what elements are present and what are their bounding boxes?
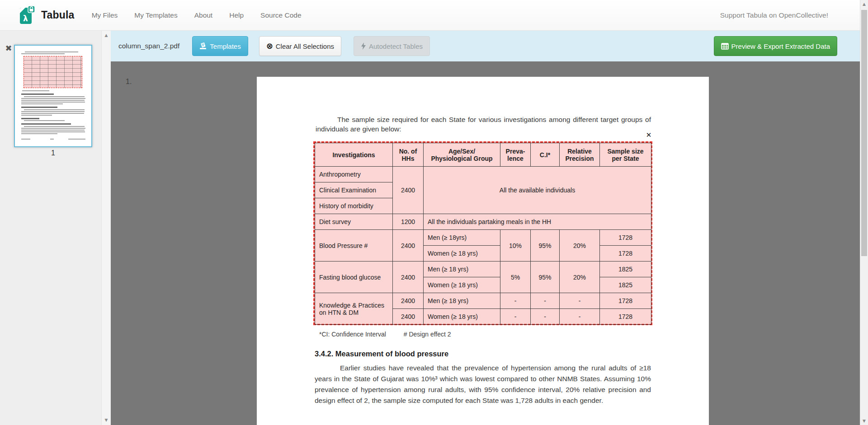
clear-all-selections-button[interactable]: ⊗ Clear All Selections	[259, 36, 341, 56]
table-footnotes: *CI: Confidence Interval # Design effect…	[319, 331, 451, 338]
cell: 95%	[531, 230, 560, 262]
preview-export-label: Preview & Export Extracted Data	[731, 42, 830, 50]
cell: 1200	[393, 214, 424, 230]
footnote-ci: *CI: Confidence Interval	[319, 331, 386, 338]
thumbnail-text-line	[24, 109, 85, 110]
table-header-row: Investigations No. of HHs Age/Sex/ Physi…	[315, 143, 651, 167]
cell: 2400	[393, 167, 424, 214]
autodetect-tables-button[interactable]: Autodetect Tables	[354, 36, 430, 56]
cell: -	[500, 309, 531, 325]
table-row: Blood Pressure # 2400 Men (≥ 18yrs) 10% …	[315, 230, 651, 246]
col-prevalence: Preva- lence	[500, 143, 531, 167]
cell: 1728	[600, 309, 651, 325]
cell: 2400	[393, 293, 424, 309]
nav-about[interactable]: About	[194, 11, 213, 19]
thumbnail-text-line	[25, 51, 78, 52]
pdf-workspace: 1. The sample size required for each Sta…	[111, 61, 860, 425]
thumbnail-text-line	[24, 120, 65, 121]
table-selection-overlay[interactable]: Investigations No. of HHs Age/Sex/ Physi…	[313, 141, 652, 325]
thumbnail-text-line	[21, 103, 63, 104]
table-row: Knowledge & Practices on HTN & DM 2400 M…	[315, 293, 651, 309]
page-scrollbar[interactable]: ▲ ▼	[860, 0, 868, 425]
tabula-pdf-lock-logo-icon: λ	[20, 6, 35, 25]
cell: All the individuals partaking meals in t…	[424, 214, 651, 230]
thumbnail-text-line	[21, 128, 85, 129]
cell: History of morbidity	[315, 198, 393, 214]
section-heading: 3.4.2. Measurement of blood pressure	[315, 350, 448, 358]
thumbnail-footer-line	[21, 139, 30, 140]
sidebar-scrollbar[interactable]: ▲ ▼	[101, 31, 111, 425]
autodetect-tables-label: Autodetect Tables	[369, 42, 423, 50]
nav-source-code[interactable]: Source Code	[260, 11, 301, 19]
investigations-table: Investigations No. of HHs Age/Sex/ Physi…	[315, 143, 651, 325]
scroll-up-icon[interactable]: ▲	[860, 2, 868, 6]
cell: Women (≥ 18 yrs)	[424, 246, 500, 262]
thumbnail-heading-line	[21, 123, 71, 125]
templates-label: Templates	[210, 42, 241, 50]
cell: Clinical Examination	[315, 182, 393, 198]
cell: -	[531, 309, 560, 325]
cell: -	[560, 309, 600, 325]
cell: Women (≥ 18 yrs)	[424, 309, 500, 325]
preview-export-button[interactable]: Preview & Export Extracted Data	[714, 36, 837, 56]
tabula-app: λ Tabula My Files My Templates About Hel…	[0, 0, 868, 425]
thumbnail-mini-page	[15, 46, 91, 146]
cell: 95%	[531, 262, 560, 293]
cell: 2400	[393, 230, 424, 262]
scrollbar-thumb[interactable]	[861, 10, 867, 256]
thumbnail-footer-line	[50, 139, 54, 140]
thumbnail-text-line	[21, 130, 85, 131]
brand-link[interactable]: λ Tabula	[20, 6, 75, 25]
footnote-design-effect: # Design effect 2	[404, 331, 451, 338]
scroll-up-icon[interactable]: ▲	[102, 33, 111, 37]
section-paragraph: Earlier studies have revealed that the p…	[315, 363, 651, 406]
cell: Diet survey	[315, 214, 393, 230]
cell: Anthropometry	[315, 167, 393, 182]
cell: Fasting blood glucose	[315, 262, 393, 293]
cell: -	[560, 293, 600, 309]
scroll-down-icon[interactable]: ▼	[102, 418, 111, 422]
document-filename: column_span_2.pdf	[118, 42, 179, 50]
support-opencollective-link[interactable]: Support Tabula on OpenCollective!	[720, 11, 828, 19]
cell: 1728	[600, 230, 651, 246]
nav-my-files[interactable]: My Files	[92, 11, 118, 19]
thumbnail-heading-line	[21, 118, 39, 119]
nav-my-templates[interactable]: My Templates	[134, 11, 177, 19]
cell: -	[531, 293, 560, 309]
remove-page-icon[interactable]: ✖	[4, 43, 14, 53]
templates-button[interactable]: Templates	[192, 36, 248, 56]
brand-name: Tabula	[41, 9, 75, 21]
cell: Blood Pressure #	[315, 230, 393, 262]
thumbnail-text-line	[21, 113, 84, 114]
svg-text:λ: λ	[23, 14, 28, 23]
col-sample-size: Sample size per State	[600, 143, 651, 167]
cell: 1728	[600, 293, 651, 309]
main-nav: My Files My Templates About Help Source …	[92, 11, 318, 19]
cell: 1825	[600, 277, 651, 293]
nav-help[interactable]: Help	[229, 11, 244, 19]
remove-selection-icon[interactable]: ✕	[645, 131, 653, 139]
spreadsheet-icon	[721, 43, 729, 50]
table-row: Anthropometry 2400 All the available ind…	[315, 167, 651, 182]
doc-intro-text: The sample size required for each State …	[316, 115, 651, 134]
scroll-down-icon[interactable]: ▼	[860, 419, 868, 423]
lightning-bolt-icon	[361, 42, 366, 50]
thumbnail-text-line	[21, 53, 65, 54]
cell: All the available individuals	[424, 167, 651, 214]
cell: Men (≥ 18 yrs)	[424, 262, 500, 277]
thumbnail-page-number: 1	[14, 149, 92, 157]
thumbnail-text-line	[21, 111, 85, 112]
col-investigations: Investigations	[315, 143, 393, 167]
thumbnail-text-line	[21, 100, 85, 101]
cell: 1825	[600, 262, 651, 277]
page-thumbnails-sidebar: ✖	[0, 31, 111, 425]
thumbnail-text-line	[21, 131, 85, 132]
thumbnail-text-line	[24, 96, 85, 97]
cell: Men (≥ 18yrs)	[424, 230, 500, 246]
thumbnail-text-line	[21, 102, 85, 103]
thumbnail-heading-line	[21, 107, 57, 108]
cell: Men (≥ 18 yrs)	[424, 293, 500, 309]
page-1-thumbnail[interactable]	[14, 45, 92, 147]
thumbnail-text-line	[21, 133, 57, 134]
cell: 5%	[500, 262, 531, 293]
